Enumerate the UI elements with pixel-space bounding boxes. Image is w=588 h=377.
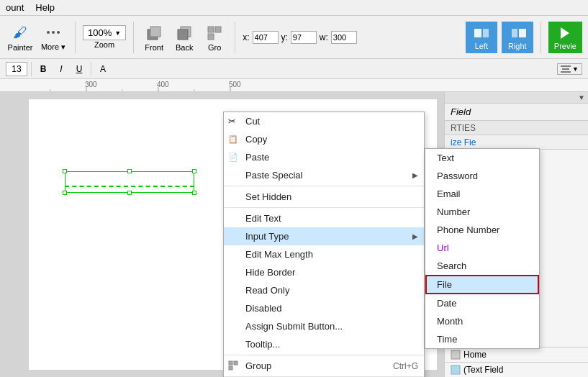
align-dropdown[interactable]: ▼ (557, 63, 582, 75)
zoom-control[interactable]: 100% ▼ Zoom (83, 25, 126, 49)
read-only-item[interactable]: Read Only (224, 281, 424, 299)
edit-text-item[interactable]: Edit Text (224, 209, 424, 227)
edit-max-length-item[interactable]: Edit Max Length (224, 245, 424, 263)
submenu-phone-number[interactable]: Phone Number (425, 221, 539, 239)
coord-bar: x: y: w: (243, 31, 357, 44)
handle-tm[interactable] (127, 169, 132, 173)
field-header: Field (445, 104, 588, 121)
group-shortcut: Ctrl+G (393, 361, 418, 371)
toolbar-sep5 (31, 62, 32, 76)
paste-icon: 📄 (228, 153, 238, 162)
submenu-number[interactable]: Number (425, 203, 539, 221)
svg-rect-24 (451, 350, 460, 359)
disabled-item[interactable]: Disabled (224, 299, 424, 317)
handle-bl[interactable] (63, 191, 67, 195)
group-item[interactable]: Group Ctrl+G (224, 357, 424, 375)
context-menu: ✂ Cut 📋 Copy 📄 Paste Paste Special ▶ Set… (223, 112, 425, 377)
right-label: Right (508, 42, 527, 50)
input-type-item[interactable]: Input Type ▶ (224, 227, 424, 245)
assign-submit-item[interactable]: Assign Submit Button... (224, 317, 424, 335)
toolbar-sep6 (91, 62, 91, 76)
submenu-file[interactable]: File (425, 275, 539, 294)
submenu-password[interactable]: Password (425, 167, 539, 185)
submenu-email[interactable]: Email (425, 185, 539, 203)
submenu: Text Password Email Number Phone Number … (425, 148, 540, 349)
front-icon (144, 23, 164, 43)
sep3 (224, 355, 424, 355)
submenu-time[interactable]: Time (425, 330, 539, 348)
ruler: 300 400 500 (0, 79, 588, 92)
cut-item[interactable]: ✂ Cut (224, 112, 424, 130)
menu-help[interactable]: Help (35, 2, 55, 13)
svg-point-2 (57, 31, 60, 34)
color-button[interactable]: A (95, 61, 111, 77)
more-button[interactable]: More ▾ (39, 22, 68, 52)
copy-item[interactable]: 📋 Copy (224, 130, 424, 148)
tooltip-item[interactable]: Tooltip... (224, 335, 424, 353)
front-button[interactable]: Front (141, 23, 167, 52)
nav-home[interactable]: Home (445, 347, 588, 362)
submenu-url[interactable]: Url (425, 239, 539, 257)
toolbar-sep2 (133, 22, 134, 53)
submenu-text[interactable]: Text (425, 149, 539, 167)
paste-special-item[interactable]: Paste Special ▶ (224, 166, 424, 184)
nav-text-field-label: (Text Field (463, 365, 503, 375)
italic-button[interactable]: I (53, 61, 69, 77)
svg-rect-6 (178, 29, 188, 40)
w-input[interactable] (331, 31, 357, 44)
left-button[interactable]: Left (466, 22, 497, 53)
submenu-month[interactable]: Month (425, 312, 539, 330)
handle-tr[interactable] (192, 169, 196, 173)
rties-section: RTIES (445, 121, 588, 135)
hide-border-item[interactable]: Hide Border (224, 263, 424, 281)
svg-rect-9 (208, 34, 214, 40)
main-toolbar: 🖌 Painter More ▾ 100% ▼ Zoom Front (0, 16, 588, 59)
submenu-search[interactable]: Search (425, 257, 539, 275)
svg-rect-4 (150, 27, 160, 37)
sep2 (224, 207, 424, 208)
handle-tl[interactable] (63, 169, 67, 173)
svg-rect-10 (474, 29, 481, 37)
font-size-input[interactable] (6, 62, 27, 76)
toolbar-sep4 (540, 22, 541, 53)
handle-bm[interactable] (127, 191, 132, 195)
painter-button[interactable]: 🖌 Painter (6, 23, 35, 52)
ize-field-label[interactable]: ize Fie (451, 137, 476, 147)
submenu-date[interactable]: Date (425, 294, 539, 312)
nav-text-field[interactable]: (Text Field (445, 362, 588, 377)
selected-widget[interactable] (65, 171, 194, 193)
underline-button[interactable]: U (71, 61, 87, 77)
left-icon (471, 24, 492, 42)
x-label: x: (243, 32, 249, 42)
cut-icon: ✂ (228, 116, 236, 127)
set-hidden-item[interactable]: Set Hidden (224, 188, 424, 206)
right-icon (507, 24, 528, 42)
paste-item[interactable]: 📄 Paste (224, 148, 424, 166)
y-input[interactable] (291, 31, 317, 44)
nav-home-label: Home (463, 350, 487, 360)
preview-button[interactable]: Previe (548, 22, 582, 53)
left-label: Left (475, 42, 488, 50)
zoom-select-box[interactable]: 100% ▼ (83, 25, 126, 40)
menu-ount[interactable]: ount (6, 2, 24, 13)
back-button[interactable]: Back (171, 23, 197, 52)
field-label: Field (451, 106, 471, 117)
toolbar-sep3 (235, 22, 235, 53)
zoom-arrow: ▼ (114, 29, 121, 37)
ize-field-section: ize Fie (445, 135, 588, 150)
format-toolbar: B I U A ▼ (0, 59, 588, 79)
right-button[interactable]: Right (502, 22, 533, 53)
input-type-arrow: ▶ (412, 232, 418, 240)
front-label: Front (145, 43, 163, 52)
gro-button[interactable]: Gro (202, 23, 227, 52)
nav-home-icon (451, 350, 461, 360)
copy-icon: 📋 (228, 135, 238, 144)
preview-icon (555, 24, 575, 42)
y-label: y: (281, 32, 288, 42)
zoom-label: Zoom (94, 40, 114, 49)
bold-button[interactable]: B (35, 61, 51, 77)
x-input[interactable] (253, 31, 279, 44)
panel-dropdown[interactable]: ▼ (445, 92, 588, 104)
handle-br[interactable] (192, 191, 196, 195)
w-label: w: (320, 32, 328, 42)
